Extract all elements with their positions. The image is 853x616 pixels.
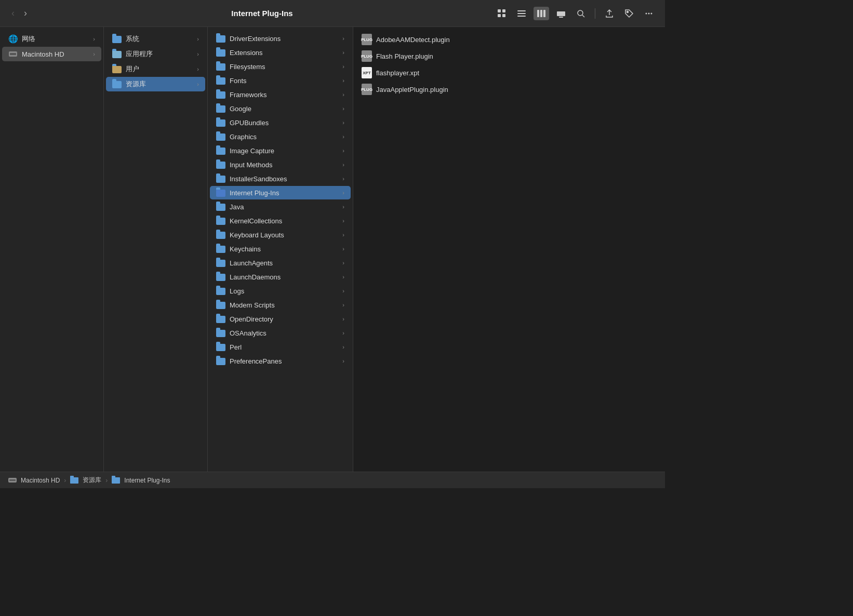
panel3-chevron-preference-panes: › xyxy=(342,358,344,364)
panel3-label-input-methods: Input Methods xyxy=(230,161,338,169)
sidebar-panel: 🌐 网络 › Macintosh HD › xyxy=(0,27,104,472)
svg-line-13 xyxy=(582,15,584,17)
panel3-item-keychains[interactable]: Keychains› xyxy=(210,242,351,256)
statusbar-folder-icon-1 xyxy=(70,477,78,484)
view-gallery-button[interactable] xyxy=(553,7,569,20)
panel3-item-frameworks[interactable]: Frameworks› xyxy=(210,88,351,101)
sidebar-item-network[interactable]: 🌐 网络 › xyxy=(2,32,101,46)
quick-look-button[interactable] xyxy=(573,7,589,20)
panel3-item-image-capture[interactable]: Image Capture› xyxy=(210,144,351,157)
file-icon-adobe-aam: PLUG xyxy=(362,34,372,45)
panel3-item-perl[interactable]: Perl› xyxy=(210,340,351,354)
panel3-chevron-image-capture: › xyxy=(342,148,344,154)
network-icon: 🌐 xyxy=(8,34,18,44)
users-chevron-icon: › xyxy=(197,66,199,72)
panel3-chevron-google: › xyxy=(342,105,344,112)
panel3-item-extensions[interactable]: Extensions› xyxy=(210,46,351,59)
panel3-chevron-launch-agents: › xyxy=(342,260,344,266)
file-item-flashplayer-xpt[interactable]: XPTflashplayer.xpt xyxy=(353,64,665,81)
panel3-chevron-filesystems: › xyxy=(342,63,344,70)
panel3-label-logs: Logs xyxy=(230,287,338,295)
panel3-item-google[interactable]: Google› xyxy=(210,102,351,115)
panel3-item-launch-daemons[interactable]: LaunchDaemons› xyxy=(210,270,351,284)
panel3-item-launch-agents[interactable]: LaunchAgents› xyxy=(210,256,351,270)
panel3-item-fonts[interactable]: Fonts› xyxy=(210,74,351,87)
panel3-item-modem-scripts[interactable]: Modem Scripts› xyxy=(210,298,351,312)
file-item-adobe-aam[interactable]: PLUGAdobeAAMDetect.plugin xyxy=(353,31,665,48)
panel3-label-google: Google xyxy=(230,105,338,113)
panel3-item-logs[interactable]: Logs› xyxy=(210,284,351,298)
view-grid-button[interactable] xyxy=(494,7,510,20)
sidebar-item-macintosh-hd[interactable]: Macintosh HD › xyxy=(2,47,101,61)
panel3-item-java[interactable]: Java› xyxy=(210,200,351,213)
folder-icon-users xyxy=(112,66,122,73)
panel3-item-gpubundles[interactable]: GPUBundles› xyxy=(210,116,351,129)
statusbar-internet-plug-ins: Internet Plug-Ins xyxy=(124,477,170,484)
folder-icon-google xyxy=(216,105,225,113)
panel3-label-driver-ext: DriverExtensions xyxy=(230,35,338,43)
folder-icon-apps xyxy=(112,51,122,58)
back-button[interactable]: ‹ xyxy=(8,6,18,21)
svg-point-17 xyxy=(651,12,652,14)
statusbar-macintosh-hd: Macintosh HD xyxy=(21,477,60,484)
file-icon-java-applet: PLUG xyxy=(362,84,372,95)
panel3-item-driver-ext[interactable]: DriverExtensions› xyxy=(210,32,351,45)
panel2-apps-label: 应用程序 xyxy=(126,49,193,59)
folder-icon-launch-daemons xyxy=(216,274,225,281)
more-button[interactable] xyxy=(641,7,657,20)
panel3-label-os-analytics: OSAnalytics xyxy=(230,329,338,337)
panel3-item-input-methods[interactable]: Input Methods› xyxy=(210,158,351,171)
panel3-item-kernel-collections[interactable]: KernelCollections› xyxy=(210,214,351,227)
panel3-item-open-directory[interactable]: OpenDirectory› xyxy=(210,312,351,326)
statusbar-hd-icon xyxy=(8,477,17,484)
svg-point-14 xyxy=(627,11,629,12)
panel2-item-apps[interactable]: 应用程序 › xyxy=(106,47,205,61)
panel3-item-keyboard-layouts[interactable]: Keyboard Layouts› xyxy=(210,228,351,242)
folder-icon-java xyxy=(216,204,225,211)
panel3-item-internet-plug-ins[interactable]: Internet Plug-Ins› xyxy=(210,186,351,199)
list-icon xyxy=(517,9,526,18)
panel3-chevron-logs: › xyxy=(342,288,344,294)
panel3-label-internet-plug-ins: Internet Plug-Ins xyxy=(230,189,338,197)
panel3-label-filesystems: Filesystems xyxy=(230,63,338,71)
svg-rect-6 xyxy=(517,16,526,17)
panel3-chevron-open-directory: › xyxy=(342,316,344,322)
sidebar-item-network-label: 网络 xyxy=(22,34,89,44)
macintosh-hd-icon xyxy=(8,49,18,59)
view-column-button[interactable] xyxy=(534,7,549,20)
navigation-buttons: ‹ › xyxy=(8,6,30,21)
folder-icon-perl xyxy=(216,344,225,351)
panel2-item-users[interactable]: 用户 › xyxy=(106,62,205,76)
folder-icon-system xyxy=(112,36,122,43)
file-name-flash-player: Flash Player.plugin xyxy=(376,52,433,60)
tag-button[interactable] xyxy=(621,7,637,20)
panel3-label-graphics: Graphics xyxy=(230,133,338,141)
file-item-flash-player[interactable]: PLUGFlash Player.plugin xyxy=(353,48,665,64)
panel3-item-os-analytics[interactable]: OSAnalytics› xyxy=(210,326,351,340)
folder-icon-keyboard-layouts xyxy=(216,232,225,239)
panel2-system-label: 系统 xyxy=(126,34,193,44)
panel2-item-library[interactable]: 资源库 › xyxy=(106,77,205,91)
svg-rect-3 xyxy=(502,14,505,17)
column-icon xyxy=(537,9,546,18)
share-icon xyxy=(605,9,614,18)
panel3-item-installer-sandboxes[interactable]: InstallerSandboxes› xyxy=(210,172,351,185)
svg-point-12 xyxy=(578,10,583,16)
panel3-item-preference-panes[interactable]: PreferencePanes› xyxy=(210,354,351,368)
panel2-item-system[interactable]: 系统 › xyxy=(106,32,205,46)
quicklook-icon xyxy=(576,9,585,18)
panel3-label-perl: Perl xyxy=(230,343,338,351)
svg-rect-0 xyxy=(498,9,501,12)
panel3-chevron-installer-sandboxes: › xyxy=(342,176,344,182)
forward-button[interactable]: › xyxy=(21,6,30,21)
svg-rect-21 xyxy=(9,479,16,481)
statusbar-library: 资源库 xyxy=(83,476,101,485)
folder-icon-os-analytics xyxy=(216,330,225,337)
panel3-chevron-driver-ext: › xyxy=(342,35,344,42)
view-list-button[interactable] xyxy=(514,7,529,20)
hard-drive-icon xyxy=(9,50,17,58)
panel3-item-graphics[interactable]: Graphics› xyxy=(210,130,351,143)
share-button[interactable] xyxy=(602,7,617,20)
file-item-java-applet[interactable]: PLUGJavaAppletPlugin.plugin xyxy=(353,81,665,98)
panel3-item-filesystems[interactable]: Filesystems› xyxy=(210,60,351,73)
